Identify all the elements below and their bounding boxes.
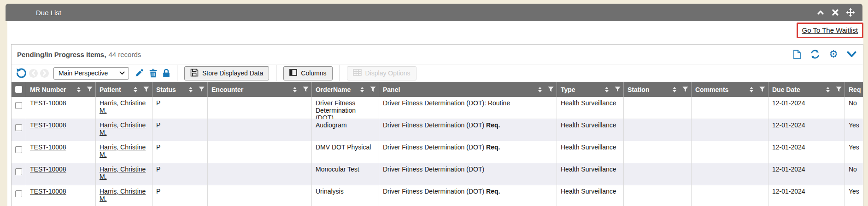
filter-funnel-icon[interactable]: [143, 86, 149, 93]
mr-number-link[interactable]: TEST-10008: [30, 143, 66, 151]
row-checkbox[interactable]: [15, 102, 22, 109]
columns-button-label: Columns: [301, 69, 326, 77]
cell-mr: TEST-10008: [26, 119, 96, 141]
patient-link[interactable]: Harris, Christine M.: [100, 121, 146, 136]
cell-patient: Harris, Christine M.: [96, 119, 152, 141]
filter-funnel-icon[interactable]: [836, 86, 842, 93]
cell-encounter: [208, 97, 312, 119]
sort-icon[interactable]: [189, 87, 193, 92]
filter-funnel-icon[interactable]: [87, 86, 93, 93]
table-body: TEST-10008Harris, Christine M.PDriver Fi…: [12, 97, 863, 206]
row-checkbox-cell: [12, 119, 26, 141]
perspective-select[interactable]: Main Perspective: [53, 67, 129, 80]
new-document-icon[interactable]: [793, 50, 801, 59]
select-all-cell: [12, 82, 26, 97]
mr-number-link[interactable]: TEST-10008: [30, 188, 66, 195]
cell-panel: Driver Fitness Determination (DOT): Rout…: [379, 97, 557, 119]
cell-mr: TEST-10008: [26, 185, 96, 206]
cell-status: P: [152, 185, 208, 206]
column-header-type[interactable]: Type: [557, 82, 624, 97]
cell-patient: Harris, Christine M.: [96, 97, 152, 119]
sort-icon[interactable]: [673, 87, 676, 92]
filter-funnel-icon[interactable]: [370, 86, 376, 93]
column-header-panel[interactable]: Panel: [379, 82, 557, 97]
column-header-comments[interactable]: Comments: [692, 82, 768, 97]
lock-icon[interactable]: [163, 69, 170, 78]
columns-button[interactable]: Columns: [283, 66, 332, 80]
sort-icon[interactable]: [293, 87, 297, 92]
row-checkbox[interactable]: [15, 124, 22, 131]
row-checkbox-cell: [12, 163, 26, 185]
cell-type: Health Surveillance: [557, 97, 624, 119]
column-header-patient[interactable]: Patient: [96, 82, 152, 97]
gear-icon[interactable]: ⚙: [829, 50, 838, 59]
store-button-label: Store Displayed Data: [202, 69, 263, 77]
panel-title: Pending/In Progress Items,: [17, 51, 106, 58]
go-to-waitlist-link[interactable]: Go To The Waitlist: [802, 26, 858, 34]
move-icon[interactable]: [846, 8, 855, 17]
column-header-due[interactable]: Due Date: [768, 82, 845, 97]
filter-funnel-icon[interactable]: [303, 86, 309, 93]
sort-icon[interactable]: [605, 87, 609, 92]
column-header-order[interactable]: OrderName: [312, 82, 379, 97]
table-row: TEST-10008Harris, Christine M.PUrinalysi…: [12, 185, 863, 206]
next-icon[interactable]: [40, 69, 49, 78]
cell-due: 12-01-2024: [768, 97, 845, 119]
filter-funnel-icon[interactable]: [682, 86, 688, 93]
cell-status: P: [152, 119, 208, 141]
column-header-status[interactable]: Status: [152, 82, 208, 97]
sort-icon[interactable]: [826, 87, 830, 92]
undo-icon[interactable]: [16, 68, 27, 79]
cell-comments: [692, 163, 768, 185]
edit-pencil-icon[interactable]: [135, 69, 144, 78]
cell-type: Health Surveillance: [557, 119, 624, 141]
patient-link[interactable]: Harris, Christine M.: [100, 166, 146, 180]
column-header-mr[interactable]: MR Number: [26, 82, 96, 97]
column-header-station[interactable]: Station: [624, 82, 692, 97]
save-floppy-icon: [190, 69, 199, 78]
refresh-icon[interactable]: [810, 49, 820, 59]
patient-link[interactable]: Harris, Christine M.: [100, 188, 146, 202]
column-label: Req: [849, 86, 861, 93]
columns-icon: [289, 69, 297, 77]
row-checkbox-cell: [12, 141, 26, 163]
column-header-encounter[interactable]: Encounter: [208, 82, 312, 97]
store-displayed-data-button[interactable]: Store Displayed Data: [184, 66, 269, 80]
display-options-grid-icon: [353, 69, 362, 77]
patient-link[interactable]: Harris, Christine M.: [100, 143, 146, 158]
select-all-checkbox[interactable]: [15, 86, 22, 93]
cell-req: Yes: [845, 185, 863, 206]
sort-icon[interactable]: [538, 87, 542, 92]
row-checkbox[interactable]: [15, 168, 22, 175]
trash-icon[interactable]: [149, 69, 157, 78]
mr-number-link[interactable]: TEST-10008: [30, 166, 66, 173]
sort-icon[interactable]: [360, 87, 364, 92]
table-row: TEST-10008Harris, Christine M.PDriver Fi…: [12, 97, 863, 119]
filter-funnel-icon[interactable]: [759, 86, 765, 93]
cell-encounter: [208, 185, 312, 206]
column-header-req[interactable]: Req: [845, 82, 863, 97]
filter-funnel-icon[interactable]: [615, 86, 621, 93]
column-label: Patient: [100, 86, 121, 93]
display-options-button: Display Options: [347, 66, 416, 80]
panel-text: Driver Fitness Determination (DOT): [383, 143, 486, 151]
sort-icon[interactable]: [750, 87, 753, 92]
row-checkbox[interactable]: [15, 190, 22, 197]
patient-link[interactable]: Harris, Christine M.: [100, 99, 146, 114]
prev-icon[interactable]: [29, 69, 38, 78]
filter-funnel-icon[interactable]: [199, 86, 205, 93]
cell-status: P: [152, 163, 208, 185]
cell-panel: Driver Fitness Determination (DOT) Req.: [379, 141, 557, 163]
mr-number-link[interactable]: TEST-10008: [30, 121, 66, 129]
sort-icon[interactable]: [134, 87, 137, 92]
close-icon[interactable]: [832, 9, 839, 16]
row-checkbox[interactable]: [15, 146, 22, 153]
select-chevron-icon: [113, 71, 125, 75]
mr-number-link[interactable]: TEST-10008: [30, 99, 66, 107]
filter-funnel-icon[interactable]: [548, 86, 554, 93]
sort-icon[interactable]: [77, 87, 81, 92]
collapse-icon[interactable]: [816, 9, 825, 16]
panel-header-actions: ⚙: [793, 49, 856, 59]
chevron-down-icon[interactable]: [847, 51, 856, 57]
cell-status: P: [152, 141, 208, 163]
